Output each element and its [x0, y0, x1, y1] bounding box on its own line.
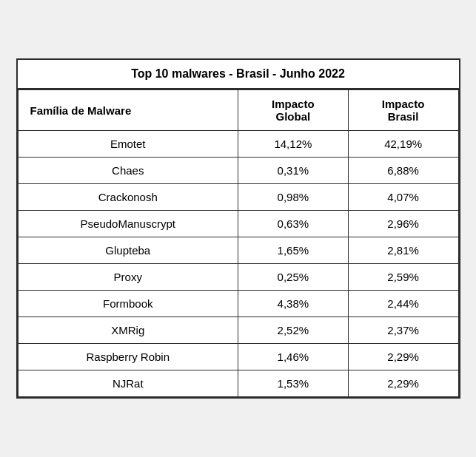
cell-brazil: 4,07% — [348, 184, 458, 211]
table-row: Formbook4,38%2,44% — [18, 291, 458, 317]
cell-brazil: 2,59% — [348, 264, 458, 291]
cell-family: PseudoManuscrypt — [18, 211, 238, 237]
table-row: Raspberry Robin1,46%2,29% — [18, 344, 458, 370]
cell-global: 1,46% — [238, 344, 349, 370]
cell-family: Glupteba — [18, 237, 238, 264]
malware-table-container: Top 10 malwares - Brasil - Junho 2022 Fa… — [16, 58, 460, 399]
col-header-family: Família de Malware — [18, 90, 238, 131]
table-row: Emotet14,12%42,19% — [18, 131, 458, 158]
cell-global: 2,52% — [238, 317, 349, 344]
table-header-row: Família de Malware ImpactoGlobal Impacto… — [18, 90, 458, 131]
table-row: Chaes0,31%6,88% — [18, 158, 458, 184]
cell-global: 0,98% — [238, 184, 349, 211]
table-body: Emotet14,12%42,19%Chaes0,31%6,88%Crackon… — [18, 131, 458, 397]
cell-global: 14,12% — [238, 131, 349, 158]
cell-family: Emotet — [18, 131, 238, 158]
table-row: Glupteba1,65%2,81% — [18, 237, 458, 264]
cell-brazil: 2,44% — [348, 291, 458, 317]
cell-family: Formbook — [18, 291, 238, 317]
table-row: PseudoManuscrypt0,63%2,96% — [18, 211, 458, 237]
cell-global: 0,31% — [238, 158, 349, 184]
cell-global: 0,25% — [238, 264, 349, 291]
cell-family: Chaes — [18, 158, 238, 184]
cell-brazil: 2,81% — [348, 237, 458, 264]
table-row: Proxy0,25%2,59% — [18, 264, 458, 291]
cell-brazil: 42,19% — [348, 131, 458, 158]
cell-brazil: 2,29% — [348, 344, 458, 370]
malware-table: Família de Malware ImpactoGlobal Impacto… — [18, 89, 459, 397]
table-title: Top 10 malwares - Brasil - Junho 2022 — [18, 60, 459, 89]
cell-global: 1,53% — [238, 370, 349, 397]
col-header-brazil: ImpactoBrasil — [348, 90, 458, 131]
cell-brazil: 2,29% — [348, 370, 458, 397]
cell-family: Proxy — [18, 264, 238, 291]
cell-global: 1,65% — [238, 237, 349, 264]
cell-global: 0,63% — [238, 211, 349, 237]
table-row: NJRat1,53%2,29% — [18, 370, 458, 397]
cell-global: 4,38% — [238, 291, 349, 317]
table-row: Crackonosh0,98%4,07% — [18, 184, 458, 211]
cell-family: Crackonosh — [18, 184, 238, 211]
cell-family: NJRat — [18, 370, 238, 397]
table-row: XMRig2,52%2,37% — [18, 317, 458, 344]
cell-brazil: 6,88% — [348, 158, 458, 184]
cell-brazil: 2,96% — [348, 211, 458, 237]
cell-family: XMRig — [18, 317, 238, 344]
cell-brazil: 2,37% — [348, 317, 458, 344]
cell-family: Raspberry Robin — [18, 344, 238, 370]
col-header-global: ImpactoGlobal — [238, 90, 349, 131]
